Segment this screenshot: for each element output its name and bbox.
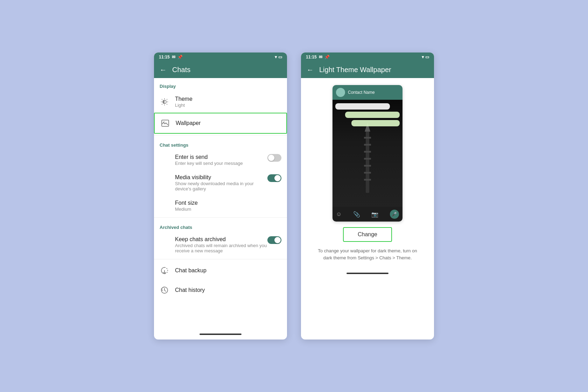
time-label: 11:15	[159, 55, 170, 59]
font-size-title: Font size	[175, 200, 281, 206]
svg-rect-10	[364, 172, 371, 174]
status-bar-right-right-icons: ▾ ▭	[422, 55, 429, 59]
svg-rect-8	[364, 158, 371, 160]
keep-archived-text: Keep chats archived Archived chats will …	[175, 236, 267, 253]
page-title-right: Light Theme Wallpaper	[319, 66, 391, 74]
enter-send-toggle[interactable]	[267, 154, 281, 162]
wallpaper-title: Wallpaper	[176, 120, 281, 126]
svg-rect-6	[364, 144, 371, 146]
attach-icon: 📎	[353, 211, 360, 218]
toggle-knob-2	[274, 175, 281, 181]
msg-sent-1	[345, 112, 400, 118]
font-size-subtitle: Medium	[175, 206, 281, 212]
svg-rect-7	[364, 151, 371, 153]
settings-content: Display Theme Light	[154, 78, 287, 329]
battery-icon-right: ▭	[425, 55, 429, 59]
setting-wallpaper[interactable]: Wallpaper	[154, 113, 287, 134]
status-bar-left-icons: 11:15 ✉ 📌	[159, 55, 183, 59]
theme-subtitle: Light	[175, 103, 281, 108]
chat-history-title: Chat history	[175, 287, 205, 293]
msg-received-1	[335, 103, 390, 110]
keep-archived-subtitle: Archived chats will remain archived when…	[175, 243, 267, 253]
home-indicator-left	[154, 329, 287, 340]
change-wallpaper-button[interactable]: Change	[343, 227, 392, 242]
wifi-icon-right: ▾	[422, 55, 424, 59]
setting-chat-history[interactable]: Chat history	[154, 280, 287, 300]
toggle-knob	[268, 155, 274, 161]
left-phone: 11:15 ✉ 📌 ▾ ▭ ← Chats Display	[154, 52, 287, 340]
wifi-icon: ▾	[275, 55, 277, 59]
home-bar-right	[346, 273, 388, 274]
toggle-knob-3	[274, 237, 281, 243]
home-bar-left	[200, 334, 241, 335]
brightness-icon	[160, 97, 169, 107]
setting-wallpaper-text: Wallpaper	[176, 120, 281, 126]
home-indicator-right	[301, 268, 434, 279]
time-label-right: 11:15	[306, 55, 317, 59]
wallpaper-note: To change your wallpaper for dark theme,…	[307, 247, 428, 261]
rocket-tower-svg	[357, 123, 378, 200]
enter-send-title: Enter is send	[175, 154, 262, 160]
enter-send-subtitle: Enter key will send your message	[175, 161, 262, 166]
media-visibility-toggle[interactable]	[267, 174, 281, 182]
msg-sent-2	[351, 120, 400, 126]
keep-archived-title: Keep chats archived	[175, 236, 267, 243]
setting-keep-archived[interactable]: Keep chats archived Archived chats will …	[154, 232, 287, 258]
wallpaper-section: Contact Name	[301, 78, 434, 268]
mic-icon: 🎤	[390, 210, 399, 219]
chat-preview-footer: ☺ 📎 📷 🎤	[332, 207, 402, 222]
setting-chat-backup[interactable]: Chat backup	[154, 261, 287, 280]
page-title-left: Chats	[172, 66, 190, 74]
gmail-icon: ✉	[172, 55, 175, 59]
chat-backup-title: Chat backup	[175, 267, 206, 274]
divider-3	[154, 259, 287, 259]
media-visibility-subtitle: Show newly downloaded media in your devi…	[175, 181, 267, 191]
section-chat-settings: Chat settings	[154, 137, 287, 150]
right-phone: 11:15 ✉ 📌 ▾ ▭ ← Light Theme Wallpaper Co…	[301, 52, 434, 340]
emoji-icon: ☺	[336, 211, 342, 217]
status-bar-right: 11:15 ✉ 📌 ▾ ▭	[301, 52, 434, 62]
status-bar-right-icons: ▾ ▭	[275, 55, 282, 59]
svg-rect-9	[364, 165, 371, 167]
status-bar-left: 11:15 ✉ 📌 ▾ ▭	[154, 52, 287, 62]
back-button-left[interactable]: ←	[160, 66, 167, 74]
svg-rect-11	[364, 179, 371, 181]
svg-rect-5	[364, 137, 371, 139]
svg-rect-4	[366, 130, 369, 193]
setting-font-size[interactable]: Font size Medium	[154, 196, 287, 216]
chat-preview-header: Contact Name	[332, 85, 402, 100]
divider-1	[154, 135, 287, 135]
setting-enter-send[interactable]: Enter is send Enter key will send your m…	[154, 150, 287, 170]
keep-archived-toggle[interactable]	[267, 236, 281, 244]
section-archived: Archived chats	[154, 219, 287, 232]
gmail-icon-right: ✉	[319, 55, 322, 59]
setting-media-visibility[interactable]: Media visibility Show newly downloaded m…	[154, 170, 287, 196]
history-icon	[160, 285, 169, 295]
battery-icon: ▭	[278, 55, 282, 59]
pin-icon: 📌	[177, 55, 183, 59]
setting-theme[interactable]: Theme Light	[154, 91, 287, 113]
media-visibility-text: Media visibility Show newly downloaded m…	[175, 174, 267, 191]
pin-icon-right: 📌	[324, 55, 330, 59]
theme-title: Theme	[175, 96, 281, 102]
app-bar-left: ← Chats	[154, 62, 287, 78]
status-bar-right-left-icons: 11:15 ✉ 📌	[306, 55, 330, 59]
backup-icon	[160, 266, 169, 275]
chat-preview: Contact Name	[332, 85, 402, 222]
wallpaper-icon	[160, 118, 170, 128]
app-bar-right: ← Light Theme Wallpaper	[301, 62, 434, 78]
section-display: Display	[154, 78, 287, 91]
divider-2	[154, 217, 287, 218]
setting-theme-text: Theme Light	[175, 96, 281, 108]
media-visibility-title: Media visibility	[175, 174, 267, 181]
chat-avatar	[336, 88, 345, 97]
back-button-right[interactable]: ←	[307, 66, 314, 74]
chat-preview-body	[332, 100, 402, 207]
camera-icon: 📷	[371, 211, 378, 218]
contact-name: Contact Name	[348, 90, 375, 95]
enter-send-text: Enter is send Enter key will send your m…	[175, 154, 262, 166]
